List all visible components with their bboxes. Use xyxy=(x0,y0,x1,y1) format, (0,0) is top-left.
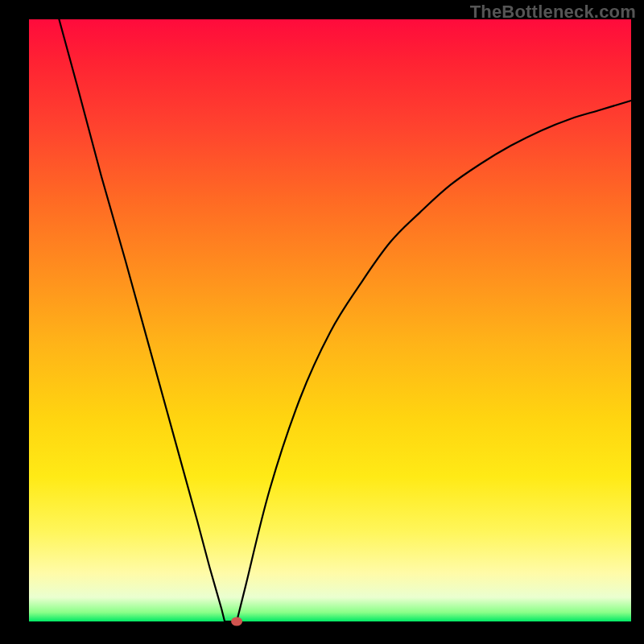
valley-marker xyxy=(231,617,242,626)
bottleneck-curve xyxy=(29,19,631,621)
plot-area xyxy=(29,19,631,621)
curve-path xyxy=(59,19,631,621)
watermark-text: TheBottleneck.com xyxy=(470,2,636,23)
chart-frame: TheBottleneck.com xyxy=(0,0,644,644)
